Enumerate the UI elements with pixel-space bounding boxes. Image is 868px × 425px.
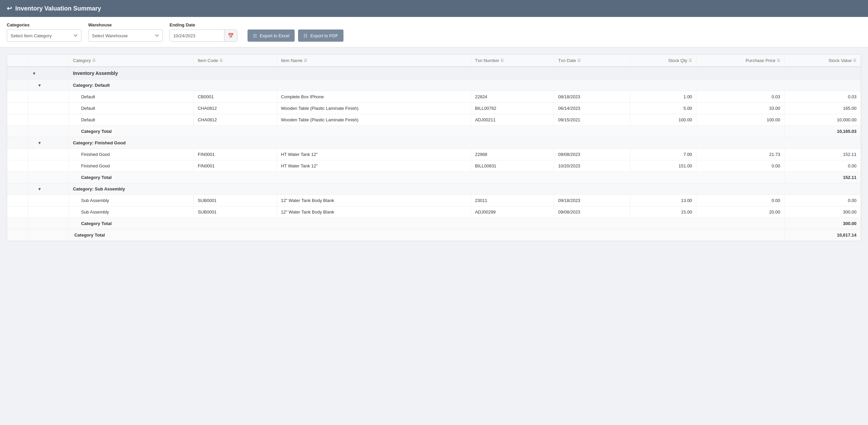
cat-expand-icon[interactable]: ▼: [28, 137, 68, 149]
pdf-icon: ☷: [303, 33, 308, 38]
row-item-name: Complete Box IPhone: [277, 91, 471, 103]
group-header-row[interactable]: ▼ Inventory Assembly: [7, 67, 861, 80]
row-purchase-price: 20.00: [696, 206, 785, 218]
page-title: Inventory Valuation Summary: [15, 5, 101, 12]
row-item-code: CHA0812: [194, 103, 277, 114]
table-row: Finished Good FIN0001 HT Water Tank 12" …: [7, 160, 861, 172]
table-row: Default CHA0812 Wooden Table (Plastic La…: [7, 103, 861, 114]
total-label: Category Total: [69, 172, 785, 183]
date-input-wrapper: 📅: [170, 29, 237, 42]
ending-date-input[interactable]: [170, 30, 224, 41]
cat-expand-icon[interactable]: ▼: [28, 80, 68, 91]
inventory-table: Category ☰ Item Code ☰ Item Name ☰: [7, 55, 861, 241]
row-checkbox: [7, 91, 28, 103]
main-content: Category ☰ Item Code ☰ Item Name ☰: [0, 47, 868, 248]
row-stock-value: 10,000.00: [785, 114, 861, 126]
col-itemcode-header: Item Code ☰: [194, 55, 277, 67]
categories-select[interactable]: Select Item Category: [7, 29, 81, 42]
cat-checkbox: [7, 80, 28, 91]
grand-total-row: Category Total 10,617.14: [7, 229, 861, 241]
app-header: ↩ Inventory Valuation Summary: [0, 0, 868, 17]
cat-name: Category: Finished Good: [69, 137, 861, 149]
grand-total-label: Category Total: [69, 229, 785, 241]
cat-expand-icon[interactable]: ▼: [28, 183, 68, 195]
row-checkbox: [7, 160, 28, 172]
row-indent: [28, 206, 68, 218]
row-txn-number: BILL00831: [471, 160, 554, 172]
row-item-name: Wooden Table (Plastic Laminate Finish): [277, 114, 471, 126]
row-stock-value: 0.00: [785, 160, 861, 172]
grand-total-checkbox: [7, 229, 28, 241]
row-indent: [28, 114, 68, 126]
calendar-icon[interactable]: 📅: [224, 30, 237, 41]
total-indent: [28, 172, 68, 183]
row-stock-value: 300.00: [785, 206, 861, 218]
row-purchase-price: 33.00: [696, 103, 785, 114]
purchaseprice-filter-icon[interactable]: ☰: [777, 58, 780, 63]
cat-checkbox: [7, 137, 28, 149]
row-item-name: 12" Water Tank Body Blank: [277, 206, 471, 218]
row-purchase-price: 0.00: [696, 160, 785, 172]
total-value: 152.11: [785, 172, 861, 183]
export-pdf-button[interactable]: ☷ Export to PDF: [298, 29, 343, 42]
row-checkbox: [7, 195, 28, 206]
row-txn-number: BILL00762: [471, 103, 554, 114]
group-checkbox: [7, 67, 28, 80]
row-txn-date: 09/08/2023: [554, 206, 630, 218]
row-txn-date: 09/18/2023: [554, 195, 630, 206]
export-pdf-label: Export to PDF: [310, 33, 338, 38]
row-item-code: CHA0812: [194, 114, 277, 126]
category-total-row: Category Total 152.11: [7, 172, 861, 183]
txnnum-filter-icon[interactable]: ☰: [500, 58, 504, 63]
category-total-row: Category Total 10,165.03: [7, 126, 861, 137]
export-buttons: ☷ Export to Excel ☷ Export to PDF: [248, 29, 343, 42]
col-expand-header: [28, 55, 68, 67]
row-item-name: HT Water Tank 12": [277, 149, 471, 160]
row-category: Sub Assembly: [69, 206, 194, 218]
stockvalue-filter-icon[interactable]: ☰: [853, 58, 856, 63]
ending-date-label: Ending Date: [170, 22, 237, 27]
row-stock-value: 152.11: [785, 149, 861, 160]
row-purchase-price: 21.73: [696, 149, 785, 160]
row-txn-date: 10/20/2023: [554, 160, 630, 172]
total-value: 300.00: [785, 218, 861, 229]
col-category-header: Category ☰: [69, 55, 194, 67]
row-item-name: 12" Water Tank Body Blank: [277, 195, 471, 206]
row-purchase-price: 0.00: [696, 195, 785, 206]
cat-checkbox: [7, 183, 28, 195]
row-stock-qty: 5.00: [630, 103, 696, 114]
warehouse-filter-group: Warehouse Select Warehouse: [88, 22, 163, 42]
row-stock-qty: 151.00: [630, 160, 696, 172]
row-category: Sub Assembly: [69, 195, 194, 206]
row-stock-value: 165.00: [785, 103, 861, 114]
category-filter-icon[interactable]: ☰: [92, 58, 96, 63]
cat-name: Category: Sub Assembly: [69, 183, 861, 195]
row-category: Default: [69, 91, 194, 103]
ending-date-filter-group: Ending Date 📅: [170, 22, 237, 42]
total-value: 10,165.03: [785, 126, 861, 137]
filters-bar: Categories Select Item Category Warehous…: [0, 17, 868, 47]
row-txn-number: ADJ00211: [471, 114, 554, 126]
category-header-row[interactable]: ▼ Category: Sub Assembly: [7, 183, 861, 195]
row-item-code: SUB0001: [194, 206, 277, 218]
col-purchaseprice-header: Purchase Price ☰: [696, 55, 785, 67]
row-indent: [28, 195, 68, 206]
stockqty-filter-icon[interactable]: ☰: [689, 58, 692, 63]
back-icon[interactable]: ↩: [7, 5, 12, 12]
txndate-filter-icon[interactable]: ☰: [577, 58, 581, 63]
category-total-row: Category Total 300.00: [7, 218, 861, 229]
row-txn-date: 06/14/2023: [554, 103, 630, 114]
export-excel-button[interactable]: ☷ Export to Excel: [248, 29, 295, 42]
categories-label: Categories: [7, 22, 81, 27]
row-stock-qty: 100.00: [630, 114, 696, 126]
itemname-filter-icon[interactable]: ☰: [304, 58, 307, 63]
row-category: Finished Good: [69, 149, 194, 160]
category-header-row[interactable]: ▼ Category: Default: [7, 80, 861, 91]
warehouse-select[interactable]: Select Warehouse: [88, 29, 163, 42]
table-container: Category ☰ Item Code ☰ Item Name ☰: [7, 54, 861, 241]
category-header-row[interactable]: ▼ Category: Finished Good: [7, 137, 861, 149]
group-expand-icon[interactable]: ▼: [28, 67, 68, 80]
itemcode-filter-icon[interactable]: ☰: [219, 58, 223, 63]
row-stock-qty: 15.00: [630, 206, 696, 218]
row-item-code: SUB0001: [194, 195, 277, 206]
